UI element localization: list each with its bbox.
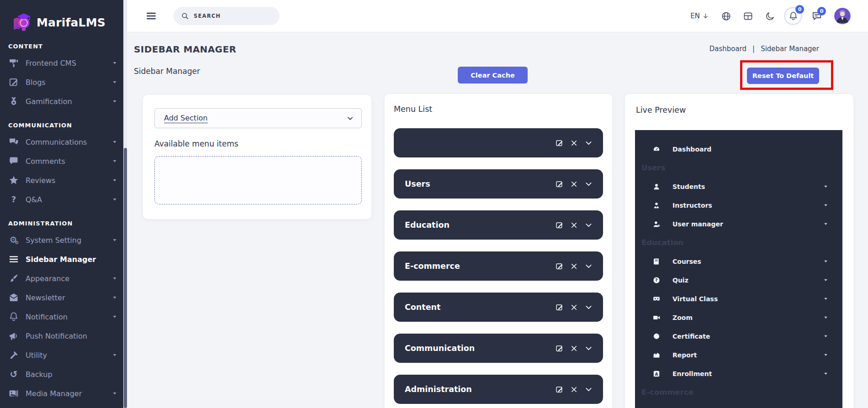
- breadcrumb-separator: |: [752, 45, 755, 53]
- menu-list-row[interactable]: Users: [394, 169, 603, 199]
- preview-item-report[interactable]: Report: [635, 345, 842, 364]
- caret-down-icon: [823, 258, 829, 264]
- preview-item-virtual-class[interactable]: Virtual Class: [635, 289, 842, 308]
- row-edit-button[interactable]: [555, 303, 564, 312]
- media-icon: [8, 388, 19, 399]
- sidebar-scrollbar-track[interactable]: [123, 0, 127, 408]
- menu-list-row[interactable]: Communication: [394, 334, 603, 363]
- row-edit-button[interactable]: [555, 262, 564, 271]
- sidebar-item-gamification[interactable]: Gamification: [0, 92, 123, 111]
- breadcrumb-current: Sidebar Manager: [761, 45, 819, 53]
- reset-to-default-button[interactable]: Reset To Default: [747, 68, 819, 84]
- row-collapse-button[interactable]: [584, 344, 593, 353]
- sidebar-item-blogs[interactable]: Blogs: [0, 73, 123, 92]
- preview-item-certificate[interactable]: Certificate: [635, 327, 842, 345]
- clear-cache-button[interactable]: Clear Cache: [458, 67, 528, 84]
- caret-down-icon: [111, 390, 118, 397]
- layout-grid-icon[interactable]: [743, 11, 753, 21]
- preview-section-header: Users: [635, 158, 842, 177]
- sidebar-item-label: Utility: [26, 351, 47, 360]
- available-menu-items-dropzone[interactable]: [154, 156, 362, 204]
- row-remove-button[interactable]: [570, 303, 578, 312]
- sidebar-item-label: Backup: [26, 370, 53, 379]
- hamburger-menu-icon[interactable]: [145, 10, 157, 22]
- row-edit-button[interactable]: [555, 221, 564, 230]
- row-remove-button[interactable]: [570, 262, 578, 271]
- preview-item-instructors[interactable]: Instructors: [635, 196, 842, 214]
- sidebar-item-label: Appearance: [26, 274, 69, 283]
- notifications-button[interactable]: 0: [787, 10, 799, 22]
- brand-logo[interactable]: MarifaLMS: [0, 0, 123, 42]
- row-collapse-button[interactable]: [584, 180, 593, 188]
- preview-item-courses[interactable]: Courses: [635, 252, 842, 271]
- sidebar-item-notification[interactable]: Notification: [0, 307, 123, 326]
- menu-list-row-actions: [555, 139, 593, 147]
- row-edit-button[interactable]: [555, 139, 564, 147]
- messages-button[interactable]: 0: [811, 10, 823, 22]
- caret-down-icon: [823, 221, 829, 227]
- preview-item-zoom[interactable]: Zoom: [635, 308, 842, 327]
- preview-item-label: Certificate: [672, 333, 710, 340]
- breadcrumb-dashboard[interactable]: Dashboard: [709, 45, 746, 53]
- menu-list-row[interactable]: Administration: [394, 375, 603, 404]
- row-collapse-button[interactable]: [584, 262, 593, 271]
- add-section-select[interactable]: Add Section: [154, 108, 362, 128]
- sidebar-item-appearance[interactable]: Appearance: [0, 269, 123, 288]
- row-remove-button[interactable]: [570, 180, 578, 188]
- row-remove-button[interactable]: [570, 385, 578, 394]
- row-collapse-button[interactable]: [584, 303, 593, 312]
- row-collapse-button[interactable]: [584, 385, 593, 394]
- sidebar-item-label: Gamification: [26, 97, 72, 106]
- globe-icon[interactable]: [721, 11, 731, 21]
- sidebar-item-communications[interactable]: Communications: [0, 132, 123, 152]
- menu-list-row[interactable]: E-commerce: [394, 251, 603, 281]
- row-remove-button[interactable]: [570, 139, 578, 147]
- menu-list-row[interactable]: Content: [394, 293, 603, 322]
- svg-text:?: ?: [655, 277, 657, 282]
- notification-count-badge: 0: [795, 5, 804, 14]
- sidebar-item-comments[interactable]: Comments: [0, 152, 123, 171]
- menu-list-title: Menu List: [394, 105, 432, 114]
- preview-item-enrollment[interactable]: AEnrollment: [635, 364, 842, 383]
- menu-list-row[interactable]: Education: [394, 210, 603, 240]
- row-edit-button[interactable]: [555, 344, 564, 353]
- row-collapse-button[interactable]: [584, 139, 593, 147]
- user-avatar[interactable]: [834, 8, 851, 24]
- sidebar-item-q-a[interactable]: ?Q&A: [0, 190, 123, 209]
- row-remove-button[interactable]: [570, 344, 578, 353]
- sidebar-item-sidebar-manager[interactable]: Sidebar Manager: [0, 250, 123, 269]
- search-icon: [181, 12, 189, 20]
- sidebar-item-reviews[interactable]: Reviews: [0, 171, 123, 190]
- menu-list-row-actions: [555, 303, 593, 312]
- svg-text:A: A: [655, 371, 658, 376]
- caret-down-icon: [111, 139, 118, 145]
- svg-text:↺: ↺: [10, 369, 18, 380]
- row-collapse-button[interactable]: [584, 221, 593, 230]
- sidebar-item-utility[interactable]: Utility: [0, 345, 123, 365]
- row-edit-button[interactable]: [555, 180, 564, 188]
- caret-down-icon: [111, 237, 118, 243]
- sidebar-item-system-setting[interactable]: ⚙⚙System Setting: [0, 230, 123, 250]
- pen-square-icon: [8, 77, 19, 88]
- menu-list-row[interactable]: [394, 128, 603, 157]
- sidebar-item-backup[interactable]: ↺Backup: [0, 365, 123, 384]
- preview-item-user-manager[interactable]: User manager: [635, 214, 842, 233]
- row-remove-button[interactable]: [570, 221, 578, 230]
- medal-icon: [8, 96, 19, 107]
- sidebar-item-frontend-cms[interactable]: Frontend CMS: [0, 53, 123, 73]
- hammer-icon: [8, 350, 19, 361]
- preview-item-label: Courses: [672, 258, 701, 265]
- sidebar-scrollbar-thumb[interactable]: [124, 148, 127, 408]
- caret-down-icon: [111, 314, 118, 320]
- preview-item-quiz[interactable]: ?Quiz: [635, 271, 842, 289]
- language-selector[interactable]: EN: [690, 12, 709, 20]
- sidebar-item-newsletter[interactable]: Newsletter: [0, 288, 123, 307]
- dark-mode-moon-icon[interactable]: [765, 11, 775, 21]
- preview-item-students[interactable]: Students: [635, 177, 842, 196]
- sidebar-item-media-manager[interactable]: Media Manager: [0, 384, 123, 403]
- row-edit-button[interactable]: [555, 385, 564, 394]
- preview-item-dashboard[interactable]: Dashboard: [635, 140, 842, 158]
- sidebar-item-push-notification[interactable]: Push Notification: [0, 326, 123, 345]
- search-input[interactable]: SEARCH: [174, 7, 280, 25]
- user-icon: [652, 183, 661, 191]
